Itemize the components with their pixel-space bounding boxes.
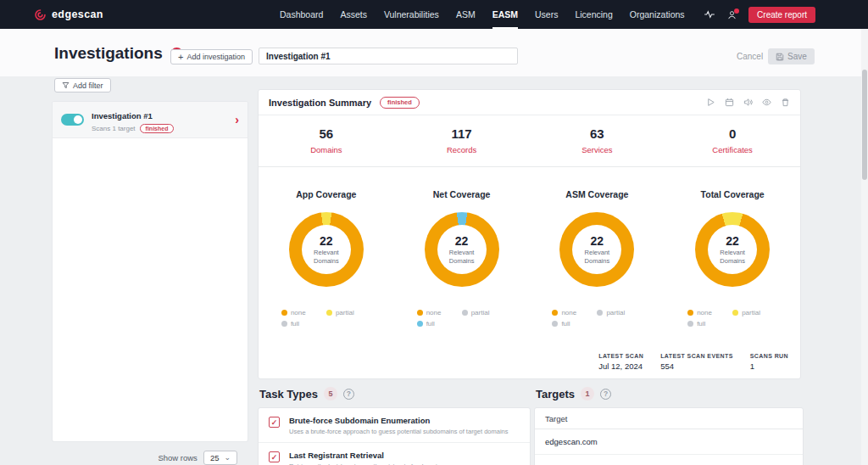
donut-legend: none partial full <box>552 309 642 328</box>
nav-vulnerabilities[interactable]: Vulnerabilities <box>384 0 439 29</box>
add-filter-button[interactable]: Add filter <box>54 78 111 92</box>
add-investigation-label: Add investigation <box>186 53 245 61</box>
summary-status-badge: finished <box>380 97 420 109</box>
task-name: Last Registrant Retrieval <box>289 451 520 460</box>
legend-label: none <box>426 309 442 317</box>
legend-dot <box>281 310 287 316</box>
play-icon <box>706 98 715 107</box>
save-button[interactable]: Save <box>768 48 815 64</box>
legend-dot <box>417 321 423 327</box>
donut-legend: none partial full <box>281 309 371 328</box>
task-types-card: ✓ Brute-force Subdomain Enumeration Uses… <box>258 407 531 465</box>
task-item: ✓ Last Registrant Retrieval Retrieves th… <box>259 443 530 465</box>
legend-label: none <box>291 309 306 317</box>
checkbox-checked-icon[interactable]: ✓ <box>269 451 280 462</box>
help-icon[interactable]: ? <box>343 389 354 400</box>
stat-certificates: 0 Certificates <box>665 126 800 154</box>
show-rows-label: Show rows <box>158 453 197 462</box>
edgescan-logo[interactable]: edgescan <box>34 8 103 21</box>
task-name: Brute-force Subdomain Enumeration <box>289 416 520 425</box>
investigation-list-item[interactable]: Investigation #1 Scans 1 target finished… <box>53 102 248 138</box>
legend-dot <box>732 310 738 316</box>
nav-assets[interactable]: Assets <box>340 0 367 29</box>
schedule-button[interactable] <box>725 98 734 107</box>
targets-table: Target edgescan.com <box>534 407 804 465</box>
run-scan-button[interactable] <box>706 98 715 107</box>
legend-label: partial <box>606 309 625 317</box>
investigation-summary-card: Investigation Summary finished 56 Domain… <box>258 89 801 379</box>
legend-dot <box>417 310 423 316</box>
task-types-heading: Task Types 5 ? <box>259 387 354 401</box>
navbar-right: Create report <box>704 0 815 29</box>
task-item: ✓ Brute-force Subdomain Enumeration Uses… <box>259 408 530 443</box>
add-investigation-button[interactable]: + Add investigation <box>170 49 253 64</box>
nav-users[interactable]: Users <box>535 0 558 29</box>
donut-center: 22 Relevant Domains <box>302 225 351 274</box>
legend-dot <box>281 321 287 327</box>
coverage-title: Net Coverage <box>433 189 491 199</box>
nav-easm[interactable]: EASM <box>492 0 518 29</box>
view-button[interactable] <box>762 98 771 107</box>
task-types-title: Task Types <box>259 388 318 401</box>
legend-label: partial <box>742 309 760 317</box>
page-scrollbar <box>861 29 868 465</box>
activity-icon[interactable] <box>704 10 715 19</box>
targets-column-header: Target <box>535 408 803 429</box>
stat-services: 63 Services <box>530 126 665 154</box>
footer-scans-run: SCANS RUN 1 <box>750 353 788 371</box>
broadcast-icon <box>743 98 753 107</box>
checkbox-checked-icon[interactable]: ✓ <box>269 417 280 428</box>
broadcast-button[interactable] <box>743 98 753 107</box>
plus-icon: + <box>178 53 183 62</box>
show-rows-control: Show rows 25 ⌄ <box>53 451 237 465</box>
summary-card-header: Investigation Summary finished <box>259 90 800 115</box>
donut-legend: none partial full <box>687 309 777 328</box>
net-coverage-donut: 22 Relevant Domains <box>425 212 499 287</box>
summary-title: Investigation Summary <box>269 98 371 108</box>
target-row[interactable]: edgescan.com <box>535 429 803 455</box>
targets-title: Targets <box>536 388 575 401</box>
rows-per-page-select[interactable]: 25 ⌄ <box>203 451 237 465</box>
investigation-toggle[interactable] <box>61 114 84 126</box>
stat-domains: 56 Domains <box>259 126 394 154</box>
user-menu[interactable] <box>727 10 737 20</box>
app-coverage-donut: 22 Relevant Domains <box>289 212 364 287</box>
coverage-asm: ASM Coverage 22 Relevant Domains none pa… <box>530 189 665 328</box>
coverage-app: App Coverage 22 Relevant Domains none pa… <box>259 189 394 328</box>
donut-center: 22 Relevant Domains <box>437 225 487 274</box>
cancel-button[interactable]: Cancel <box>737 52 763 61</box>
status-badge: finished <box>140 124 175 133</box>
legend-dot <box>552 310 558 316</box>
legend-dot <box>552 321 558 327</box>
donut-center: 22 Relevant Domains <box>572 225 621 274</box>
create-report-button[interactable]: Create report <box>748 7 815 23</box>
nav-organizations[interactable]: Organizations <box>630 0 685 29</box>
targets-heading: Targets 1 ? <box>536 387 611 401</box>
nav-dashboard[interactable]: Dashboard <box>280 0 323 29</box>
investigation-list-panel: Investigation #1 Scans 1 target finished… <box>53 102 248 441</box>
task-description: Uses a brute-force approach to guess pot… <box>289 428 520 435</box>
summary-footer: LATEST SCAN Jul 12, 2024 LATEST SCAN EVE… <box>598 353 788 371</box>
coverage-row: App Coverage 22 Relevant Domains none pa… <box>259 167 800 328</box>
page-title-wrap: Investigations 1 <box>54 44 183 63</box>
save-icon <box>776 53 784 61</box>
footer-latest-scan-events: LATEST SCAN EVENTS 554 <box>660 353 733 371</box>
help-icon[interactable]: ? <box>600 389 611 400</box>
scrollbar-thumb[interactable] <box>862 70 867 180</box>
nav-licencing[interactable]: Licencing <box>575 0 612 29</box>
rows-per-page-value: 25 <box>210 453 220 462</box>
legend-dot <box>462 310 468 316</box>
investigation-name-input[interactable] <box>259 48 518 64</box>
stat-records: 117 Records <box>394 126 530 154</box>
page-content: Investigations 1 + Add investigation Can… <box>0 29 868 465</box>
task-types-count-badge: 5 <box>324 387 337 401</box>
top-navbar: edgescan Dashboard Assets Vulnerabilitie… <box>0 0 868 29</box>
donut-legend: none partial full <box>417 309 507 328</box>
investigation-subtitle: Scans 1 target <box>92 125 136 132</box>
investigation-name: Investigation #1 <box>92 111 153 120</box>
legend-label: full <box>561 320 570 328</box>
nav-asm[interactable]: ASM <box>456 0 476 29</box>
eye-icon <box>762 98 771 107</box>
add-filter-label: Add filter <box>73 81 103 90</box>
delete-button[interactable] <box>781 98 790 107</box>
